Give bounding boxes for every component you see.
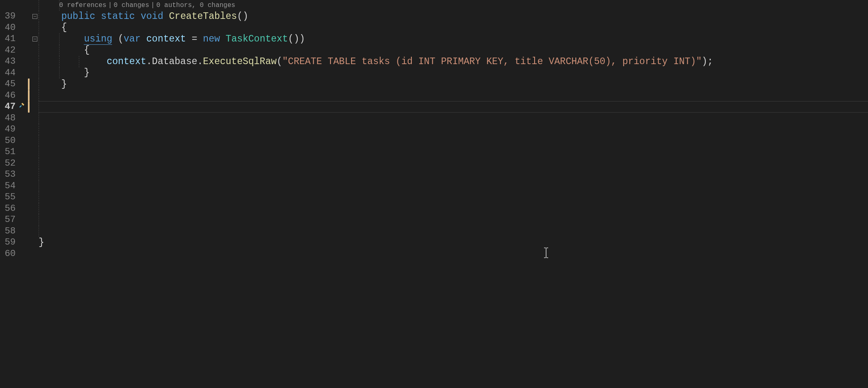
identifier-context: context	[146, 34, 186, 44]
gutter-row[interactable]: 52	[0, 158, 39, 169]
code-line[interactable]	[39, 90, 868, 102]
modified-indicator	[28, 101, 30, 113]
codelens-row[interactable]: 0 references | 0 changes | 0 authors, 0 …	[39, 0, 868, 11]
fold-toggle-icon[interactable]	[32, 37, 37, 42]
string-literal: "CREATE TABLE tasks (id INT PRIMARY KEY,…	[282, 56, 702, 67]
gutter-row[interactable]: 43	[0, 56, 39, 67]
line-number: 47	[0, 102, 16, 112]
gutter-row[interactable]: 46	[0, 90, 39, 102]
gutter-row[interactable]: 44	[0, 67, 39, 79]
code-line[interactable]	[39, 226, 868, 237]
code-area[interactable]: 0 references | 0 changes | 0 authors, 0 …	[39, 0, 868, 388]
keyword-var: var	[124, 34, 140, 44]
gutter-row[interactable]: 58	[0, 226, 39, 237]
codelens-references[interactable]: 0 references	[59, 2, 108, 9]
code-line[interactable]	[39, 146, 868, 158]
keyword-static: static	[101, 11, 135, 22]
code-line[interactable]	[39, 124, 868, 135]
modified-indicator	[28, 79, 30, 90]
gutter-row[interactable]: 49	[0, 124, 39, 135]
gutter-row[interactable]: 56	[0, 203, 39, 215]
code-line[interactable]: }	[39, 237, 868, 248]
gutter-row[interactable]: 50	[0, 135, 39, 147]
codelens-sep: |	[151, 2, 156, 9]
identifier-context: context	[107, 56, 147, 67]
method-executesqlraw: ExecuteSqlRaw	[203, 56, 276, 67]
dot: .	[146, 56, 152, 67]
code-line[interactable]	[39, 135, 868, 147]
code-line-active[interactable]	[39, 101, 868, 113]
brace-open: {	[84, 45, 90, 55]
line-number: 56	[0, 203, 16, 214]
code-line[interactable]: }	[39, 67, 868, 79]
quick-actions-icon[interactable]	[18, 102, 25, 112]
gutter-row[interactable]: 53	[0, 169, 39, 180]
line-number: 45	[0, 79, 16, 89]
paren-close: )	[299, 34, 305, 44]
line-number: 48	[0, 113, 16, 123]
brace-close: }	[84, 67, 90, 78]
line-number: 52	[0, 158, 16, 169]
code-line[interactable]	[39, 203, 868, 215]
code-line[interactable]: public static void CreateTables()	[39, 11, 868, 22]
code-line[interactable]	[39, 169, 868, 180]
line-number: 46	[0, 90, 16, 101]
code-line[interactable]: {	[39, 45, 868, 56]
line-number: 41	[0, 34, 16, 44]
modified-indicator	[28, 90, 30, 102]
paren-open: (	[237, 11, 243, 22]
gutter-row[interactable]: 55	[0, 192, 39, 203]
line-number: 60	[0, 249, 16, 259]
gutter-row[interactable]: 57	[0, 214, 39, 226]
codelens-authors[interactable]: 0 authors, 0 changes	[156, 2, 237, 9]
empty-parens: ()	[288, 34, 299, 44]
fold-toggle-icon[interactable]	[32, 14, 37, 19]
line-number: 40	[0, 23, 16, 33]
line-number: 55	[0, 192, 16, 202]
line-number: 51	[0, 147, 16, 157]
line-number: 53	[0, 169, 16, 180]
line-number: 44	[0, 68, 16, 78]
code-line[interactable]	[39, 192, 868, 203]
gutter-row[interactable]: 47	[0, 101, 39, 113]
keyword-void: void	[141, 11, 163, 22]
code-line[interactable]	[39, 180, 868, 192]
code-line[interactable]: using (var context = new TaskContext())	[39, 33, 868, 45]
code-line[interactable]: {	[39, 22, 868, 34]
gutter-row[interactable]: 42	[0, 45, 39, 56]
line-number: 50	[0, 136, 16, 146]
keyword-public: public	[61, 11, 95, 22]
code-line[interactable]: context.Database.ExecuteSqlRaw("CREATE T…	[39, 56, 868, 67]
codelens-sep: |	[108, 2, 114, 9]
brace-close: }	[39, 237, 44, 248]
gutter-row[interactable]: 48	[0, 113, 39, 124]
code-line[interactable]	[39, 113, 868, 124]
code-line[interactable]	[39, 248, 868, 260]
gutter-row[interactable]: 51	[0, 146, 39, 158]
gutter-row[interactable]: 60	[0, 248, 39, 260]
line-number: 42	[0, 45, 16, 55]
brace-close: }	[61, 79, 67, 90]
codelens-changes[interactable]: 0 changes	[114, 2, 151, 9]
gutter-row[interactable]: 54	[0, 180, 39, 192]
line-number: 58	[0, 226, 16, 236]
paren-open: (	[118, 34, 124, 44]
dot: .	[197, 56, 203, 67]
gutter-row[interactable]: 40	[0, 22, 39, 34]
semicolon: ;	[707, 56, 713, 67]
code-line[interactable]	[39, 158, 868, 169]
gutter-row[interactable]: 45	[0, 79, 39, 90]
svg-rect-0	[19, 105, 22, 108]
line-number: 49	[0, 124, 16, 134]
code-line[interactable]: }	[39, 79, 868, 90]
code-editor[interactable]: 3940414243444546474849505152535455565758…	[0, 0, 868, 388]
paren-close: )	[243, 11, 248, 22]
line-number: 54	[0, 181, 16, 191]
identifier-database: Database	[152, 56, 197, 67]
gutter: 3940414243444546474849505152535455565758…	[0, 0, 39, 388]
gutter-row[interactable]: 39	[0, 11, 39, 22]
keyword-new: new	[203, 34, 220, 44]
code-line[interactable]	[39, 214, 868, 226]
gutter-row[interactable]: 41	[0, 33, 39, 45]
gutter-row[interactable]: 59	[0, 237, 39, 248]
